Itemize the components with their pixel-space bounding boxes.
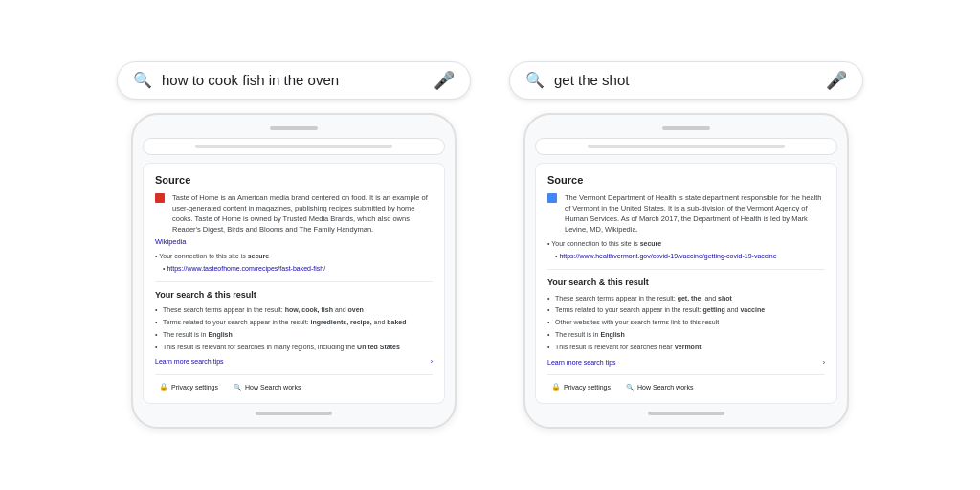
left-source-section: Source Taste of Home is an American medi…: [155, 173, 433, 274]
search-icon-left: 🔍: [133, 71, 152, 89]
right-source-title: Source: [547, 173, 825, 188]
right-search-query: get the shot: [554, 72, 816, 88]
left-bullet-1: These search terms appear in the result:…: [155, 305, 433, 315]
left-secure-line: Your connection to this site is secure: [155, 252, 433, 261]
right-your-search-title: Your search & this result: [547, 277, 825, 289]
right-bullet-4: The result is in English: [547, 330, 825, 340]
right-bottom-buttons: 🔒 Privacy settings 🔍 How Search works: [547, 374, 825, 393]
left-bottom-buttons: 🔒 Privacy settings 🔍 How Search works: [155, 374, 433, 393]
right-bullet-2: Terms related to your search appear in t…: [547, 305, 825, 315]
right-home-indicator: [648, 412, 724, 415]
left-home-indicator: [256, 412, 332, 415]
left-bullet-4: This result is relevant for searches in …: [155, 343, 433, 352]
mic-icon-left[interactable]: 🎤: [434, 70, 455, 91]
left-inner-search: [143, 138, 445, 155]
right-inner-search: [535, 138, 837, 155]
left-phone-container: 🔍 how to cook fish in the oven 🎤 Source …: [117, 61, 471, 430]
right-learn-more[interactable]: Learn more search tips ›: [547, 358, 825, 368]
right-info-card: Source The Vermont Department of Health …: [535, 163, 837, 405]
right-how-search-button[interactable]: 🔍 How Search works: [622, 381, 697, 393]
left-inner-search-bar: [195, 145, 392, 148]
left-phone-top: [143, 126, 445, 130]
right-search-bar[interactable]: 🔍 get the shot 🎤: [509, 61, 863, 100]
left-source-link[interactable]: https://www.tasteofhome.com/recipes/fast…: [155, 264, 433, 274]
mic-icon-right[interactable]: 🎤: [826, 70, 847, 91]
left-phone-frame: Source Taste of Home is an American medi…: [131, 113, 457, 430]
right-inner-search-bar: [588, 145, 785, 148]
left-source-description: Taste of Home is an American media brand…: [172, 193, 433, 235]
right-phone-bottom: [535, 412, 837, 415]
right-phone-top: [535, 126, 837, 130]
left-learn-more[interactable]: Learn more search tips ›: [155, 357, 433, 367]
lock-icon-right: 🔒: [551, 383, 561, 391]
right-source-description: The Vermont Department of Health is stat…: [565, 193, 825, 235]
lock-icon-left: 🔒: [159, 383, 168, 391]
right-phone-frame: Source The Vermont Department of Health …: [523, 113, 849, 430]
left-divider: [155, 281, 433, 282]
left-info-card: Source Taste of Home is an American medi…: [143, 163, 445, 405]
left-source-title: Source: [155, 173, 433, 188]
left-how-search-button[interactable]: 🔍 How Search works: [230, 381, 304, 393]
left-your-search-title: Your search & this result: [155, 289, 433, 301]
left-source-logo: [155, 193, 165, 203]
left-bullet-2: Terms related to your search appear in t…: [155, 318, 433, 327]
left-phone-speaker: [270, 126, 318, 130]
left-search-query: how to cook fish in the oven: [162, 72, 424, 88]
right-source-link[interactable]: https://www.healthvermont.gov/covid-19/v…: [547, 252, 825, 261]
search-icon-right: 🔍: [525, 71, 545, 89]
right-source-section: Source The Vermont Department of Health …: [547, 173, 825, 261]
search-small-icon-left: 🔍: [234, 384, 242, 391]
left-search-bar[interactable]: 🔍 how to cook fish in the oven 🎤: [117, 61, 471, 100]
left-phone-bottom: [143, 412, 445, 415]
right-source-logo: [547, 193, 557, 203]
right-bullet-3: Other websites with your search terms li…: [547, 318, 825, 327]
left-wikipedia-link[interactable]: Wikipedia: [155, 237, 433, 248]
right-phone-speaker: [662, 126, 710, 130]
right-secure-line: Your connection to this site is secure: [547, 239, 825, 249]
right-privacy-settings-button[interactable]: 🔒 Privacy settings: [547, 381, 614, 393]
right-bullet-5: This result is relevant for searches nea…: [547, 343, 825, 352]
left-privacy-settings-button[interactable]: 🔒 Privacy settings: [155, 381, 222, 393]
left-bullet-3: The result is in English: [155, 330, 433, 340]
search-small-icon-right: 🔍: [626, 384, 635, 391]
right-phone-container: 🔍 get the shot 🎤 Source The Vermont Depa…: [509, 61, 863, 430]
right-bullet-1: These search terms appear in the result:…: [547, 294, 825, 303]
right-divider: [547, 269, 825, 270]
